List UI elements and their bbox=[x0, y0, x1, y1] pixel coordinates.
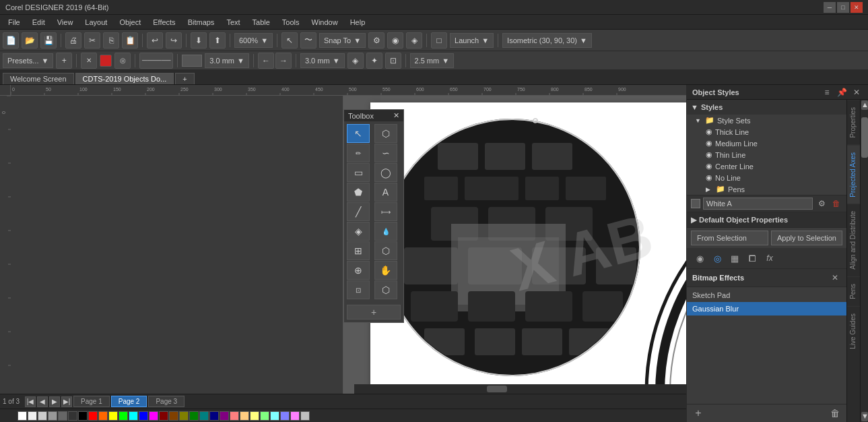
projected-axes-vtab[interactable]: Projected Axes bbox=[847, 145, 860, 204]
swatch-peach[interactable] bbox=[240, 411, 249, 421]
add-effect-btn[interactable]: + bbox=[692, 407, 704, 419]
swatch-green[interactable] bbox=[119, 411, 128, 421]
styles-section-header[interactable]: ▼ Styles bbox=[687, 100, 846, 115]
freehand-tool-btn[interactable]: ✏ bbox=[347, 144, 370, 162]
align-distribute-vtab[interactable]: Align and Distribute bbox=[847, 204, 860, 276]
import-btn[interactable]: ⬇ bbox=[191, 32, 207, 49]
bitmap-effects-close-icon[interactable]: ✕ bbox=[829, 272, 841, 284]
add-tool-btn[interactable]: + bbox=[347, 305, 401, 320]
swatch-gray[interactable] bbox=[38, 411, 47, 421]
swatch-white[interactable] bbox=[18, 411, 27, 421]
add-tab-btn[interactable]: + bbox=[175, 73, 194, 84]
default-props-header[interactable]: ▶ Default Object Properties bbox=[687, 212, 846, 227]
fill-fx-icon[interactable]: ◉ bbox=[692, 251, 707, 266]
swatch-teal[interactable] bbox=[199, 411, 209, 421]
no-fill-btn[interactable]: ✕ bbox=[81, 53, 97, 69]
paste-btn[interactable]: 📋 bbox=[122, 32, 138, 49]
node-tool-btn[interactable]: ⬡ bbox=[374, 124, 397, 143]
dimension-tool-btn[interactable]: ⟼ bbox=[374, 202, 397, 221]
eyedrop-tool-btn[interactable]: 💧 bbox=[374, 222, 397, 241]
bezier-tool-btn[interactable]: ∽ bbox=[374, 144, 397, 162]
scrollbar-up-btn[interactable]: ▲ bbox=[861, 100, 868, 110]
page-tab-2[interactable]: Page 2 bbox=[111, 396, 147, 407]
undo-btn[interactable]: ↩ bbox=[147, 32, 163, 49]
swatch-lightgray[interactable] bbox=[28, 411, 37, 421]
panel-settings-icon[interactable]: ≡ bbox=[821, 86, 833, 98]
copy-btn[interactable]: ⎘ bbox=[103, 32, 119, 49]
table-tool-btn[interactable]: ⊞ bbox=[347, 241, 370, 260]
welcome-tab[interactable]: Welcome Screen bbox=[3, 73, 74, 84]
display-btn[interactable]: ◈ bbox=[406, 32, 422, 49]
panel-close-icon[interactable]: ✕ bbox=[850, 86, 863, 98]
scale-btn[interactable]: ⊡ bbox=[385, 53, 401, 69]
swatch-lightyellow[interactable] bbox=[250, 411, 259, 421]
menu-edit[interactable]: Edit bbox=[27, 17, 51, 28]
rectangle-tool-btn[interactable]: ▭ bbox=[347, 163, 370, 182]
save-btn[interactable]: 💾 bbox=[40, 32, 57, 49]
thin-line-node[interactable]: ◉ Thin Line bbox=[687, 149, 846, 160]
calligraphy-btn[interactable]: ✦ bbox=[366, 53, 382, 69]
zoom-dropdown[interactable]: 600% ▼ bbox=[234, 33, 273, 48]
menu-help[interactable]: Help bbox=[345, 17, 371, 28]
preview-btn[interactable]: □ bbox=[431, 32, 447, 49]
outline-style-btn[interactable]: ────── bbox=[139, 53, 173, 69]
open-btn[interactable]: 📂 bbox=[22, 32, 38, 49]
from-selection-btn[interactable]: From Selection bbox=[691, 231, 768, 245]
zoom-tool-btn[interactable]: ⊕ bbox=[347, 261, 370, 280]
swatch-silver[interactable] bbox=[300, 411, 310, 421]
toolbox-close-icon[interactable]: ✕ bbox=[393, 111, 399, 120]
swatch-darkgray[interactable] bbox=[58, 411, 67, 421]
menu-table[interactable]: Table bbox=[247, 17, 275, 28]
menu-file[interactable]: File bbox=[3, 17, 26, 28]
freehand-tool[interactable]: 〜 bbox=[300, 32, 316, 49]
last-page-btn[interactable]: ▶| bbox=[61, 396, 72, 407]
texture-fx-icon[interactable]: ▦ bbox=[727, 251, 742, 266]
close-btn[interactable]: ✕ bbox=[850, 2, 863, 13]
no-line-node[interactable]: ◉ No Line bbox=[687, 172, 846, 183]
canvas-area[interactable]: Toolbox ✕ ↖ ⬡ ✏ ∽ ▭ ◯ ⬟ A ╱ bbox=[343, 96, 686, 394]
outline-extra-btn[interactable]: ◈ bbox=[347, 53, 364, 69]
scrollbar-track[interactable] bbox=[861, 111, 868, 411]
ellipse-tool-btn[interactable]: ◯ bbox=[374, 163, 397, 182]
pens-vtab[interactable]: Pens bbox=[847, 276, 860, 306]
settings-btn[interactable]: ⚙ bbox=[368, 32, 385, 49]
presets-dropdown[interactable]: Presets... ▼ bbox=[3, 53, 53, 68]
properties-vtab[interactable]: Properties bbox=[847, 100, 860, 145]
swatch-maroon[interactable] bbox=[159, 411, 168, 421]
start-arrow-btn[interactable]: ← bbox=[258, 53, 274, 69]
text-tool-btn[interactable]: A bbox=[374, 183, 397, 202]
swatch-lightpink[interactable] bbox=[290, 411, 300, 421]
gaussian-blur-item[interactable]: Gaussian Blur bbox=[687, 302, 846, 315]
outline-btn[interactable]: ◎ bbox=[114, 53, 131, 69]
add-preset-btn[interactable]: + bbox=[56, 53, 72, 69]
pointer-tool[interactable]: ↖ bbox=[281, 32, 298, 49]
style-settings-icon[interactable]: ⚙ bbox=[815, 198, 828, 210]
line-width2-dropdown[interactable]: 3.0 mm ▼ bbox=[300, 53, 345, 68]
swatch-olive[interactable] bbox=[179, 411, 189, 421]
apply-to-selection-btn[interactable]: Apply to Selection bbox=[771, 231, 842, 245]
line-width3-dropdown[interactable]: 2.5 mm ▼ bbox=[410, 53, 455, 68]
cut-btn[interactable]: ✂ bbox=[84, 32, 100, 49]
delete-effect-btn[interactable]: 🗑 bbox=[829, 407, 841, 419]
live-guides-vtab[interactable]: Live Guides bbox=[847, 306, 860, 356]
view-options-btn[interactable]: ◉ bbox=[387, 32, 403, 49]
menu-bitmaps[interactable]: Bitmaps bbox=[182, 17, 220, 28]
h-scrollbar-thumb[interactable] bbox=[487, 386, 507, 392]
menu-view[interactable]: View bbox=[52, 17, 79, 28]
page-tab-1[interactable]: Page 1 bbox=[73, 396, 110, 407]
swatch-lightblue[interactable] bbox=[280, 411, 290, 421]
pointer-tool-btn[interactable]: ↖ bbox=[347, 124, 370, 143]
page-tab-3[interactable]: Page 3 bbox=[148, 396, 185, 407]
swatch-yellow[interactable] bbox=[108, 411, 118, 421]
next-page-btn[interactable]: ▶ bbox=[49, 396, 60, 407]
swatch-lightcyan[interactable] bbox=[270, 411, 279, 421]
main-doc-tab[interactable]: CDTS-2019 Objects Do... bbox=[75, 73, 174, 84]
scrollbar-down-btn[interactable]: ▼ bbox=[861, 412, 868, 421]
pens-node[interactable]: ▶ 📁 Pens bbox=[687, 183, 846, 195]
prev-page-btn[interactable]: ◀ bbox=[37, 396, 48, 407]
connector-tool-btn[interactable]: ⬡ bbox=[374, 280, 397, 299]
polygon-tool-btn[interactable]: ⬟ bbox=[347, 183, 370, 202]
fill-tool-btn[interactable]: ◈ bbox=[347, 222, 370, 241]
swatch-orange[interactable] bbox=[98, 411, 108, 421]
export-btn[interactable]: ⬆ bbox=[209, 32, 226, 49]
